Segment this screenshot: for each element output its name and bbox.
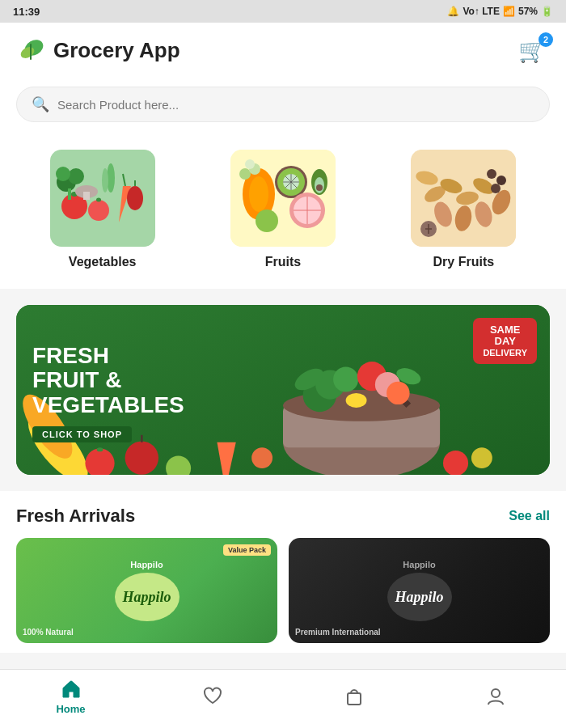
svg-point-7	[96, 198, 101, 202]
search-input[interactable]	[57, 98, 534, 112]
fresh-arrivals-section: Fresh Arrivals See all Value Pack Happil…	[0, 491, 566, 653]
category-item-vegetables[interactable]: Vegetables	[16, 150, 188, 269]
app-title: Grocery App	[53, 38, 180, 63]
svg-point-11	[68, 168, 84, 184]
vegetables-image	[50, 150, 155, 247]
banner-main-text: FRESHFRUIT &VEGETABLES	[32, 344, 184, 418]
svg-point-17	[102, 168, 108, 193]
status-time: 11:39	[13, 6, 40, 18]
svg-rect-13	[68, 188, 71, 200]
banner-cta[interactable]: CLICK TO SHOP	[32, 426, 132, 442]
svg-point-74	[386, 382, 409, 404]
happilo-green-logo: Happilo Happilo	[115, 560, 180, 621]
dry-fruits-label: Dry Fruits	[433, 255, 495, 269]
bag-icon	[343, 685, 365, 708]
cart-badge: 2	[539, 32, 553, 47]
search-icon: 🔍	[32, 95, 49, 113]
svg-point-14	[127, 186, 143, 210]
svg-point-79	[471, 447, 492, 468]
svg-point-53	[491, 184, 501, 193]
happilo-dark-logo: Happilo Happilo	[387, 560, 452, 621]
svg-point-82	[492, 689, 500, 697]
header: Grocery App 🛒 2	[0, 23, 566, 78]
header-left: Grocery App	[16, 36, 180, 66]
arrivals-header: Fresh Arrivals See all	[16, 506, 550, 527]
delivery-badge: SAME DAY DELIVERY	[473, 318, 537, 364]
svg-point-75	[346, 393, 367, 408]
arrival-card-happilo-green[interactable]: Value Pack Happilo Happilo 100% Natural	[16, 538, 277, 643]
svg-point-62	[125, 441, 158, 474]
heart-icon	[201, 685, 224, 708]
fruits-illustration	[230, 150, 336, 247]
nav-profile[interactable]	[424, 685, 566, 708]
svg-point-6	[88, 200, 109, 221]
svg-point-37	[316, 184, 323, 191]
svg-point-38	[239, 168, 251, 180]
svg-point-61	[97, 447, 103, 451]
vegetables-illustration	[50, 150, 155, 247]
arrival-card-happilo-dark[interactable]: Happilo Happilo Premium International	[289, 538, 550, 643]
status-bar: 11:39 🔔 Vo↑ LTE 📶 57% 🔋	[0, 0, 566, 23]
fruits-label: Fruits	[265, 255, 301, 269]
svg-point-12	[56, 167, 70, 181]
vegetables-label: Vegetables	[69, 255, 137, 269]
svg-point-71	[333, 367, 358, 392]
svg-point-78	[443, 451, 468, 475]
leaf-logo-icon	[16, 36, 45, 66]
home-label: Home	[56, 703, 85, 715]
premium-label: Premium International	[295, 628, 381, 637]
banner-section: FRESHFRUIT &VEGETABLES CLICK TO SHOP SAM…	[0, 289, 566, 491]
status-icons: 🔔 Vo↑ LTE 📶 57% 🔋	[447, 6, 553, 17]
svg-point-40	[245, 159, 255, 169]
svg-rect-81	[348, 693, 361, 705]
category-item-dry-fruits[interactable]: Dry Fruits	[378, 150, 550, 269]
bottom-nav: Home	[0, 669, 566, 728]
nav-wishlist[interactable]	[142, 685, 283, 708]
dry-fruits-image	[411, 150, 516, 247]
search-container: 🔍	[0, 78, 566, 137]
natural-label: 100% Natural	[23, 628, 74, 637]
banner-text: FRESHFRUIT &VEGETABLES CLICK TO SHOP	[32, 344, 184, 442]
fruits-image	[230, 150, 336, 247]
categories-grid: Vegetables	[16, 150, 550, 269]
arrivals-title: Fresh Arrivals	[16, 506, 135, 527]
svg-rect-19	[83, 192, 90, 200]
svg-point-51	[487, 169, 496, 179]
svg-point-80	[251, 447, 272, 468]
home-icon	[60, 678, 82, 700]
cart-button[interactable]: 🛒 2	[515, 34, 550, 67]
nav-cart[interactable]	[283, 685, 424, 708]
svg-point-34	[256, 210, 278, 232]
promo-banner[interactable]: FRESHFRUIT &VEGETABLES CLICK TO SHOP SAM…	[16, 305, 550, 475]
svg-point-52	[496, 176, 506, 185]
nav-home[interactable]: Home	[0, 678, 142, 715]
value-pack-badge: Value Pack	[223, 544, 271, 556]
see-all-link[interactable]: See all	[509, 509, 550, 523]
categories-section: Vegetables	[0, 137, 566, 289]
category-item-fruits[interactable]: Fruits	[196, 150, 369, 269]
search-bar: 🔍	[16, 87, 550, 122]
dry-fruits-illustration	[411, 150, 516, 247]
svg-point-22	[249, 176, 268, 212]
person-icon	[484, 685, 507, 708]
arrivals-grid: Value Pack Happilo Happilo 100% Natural …	[16, 538, 550, 643]
